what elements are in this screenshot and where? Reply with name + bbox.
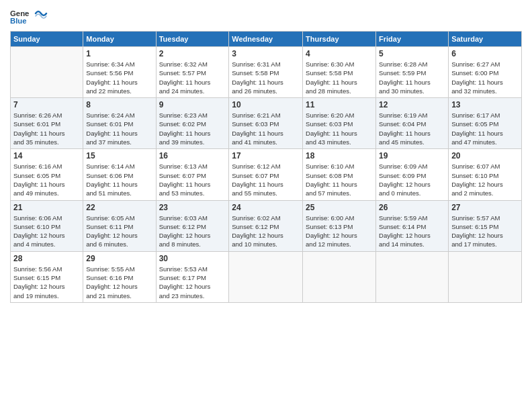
calendar-cell: 7Sunrise: 6:26 AMSunset: 6:01 PMDaylight… (11, 98, 83, 149)
calendar-cell: 25Sunrise: 6:00 AMSunset: 6:13 PMDayligh… (303, 200, 376, 251)
day-number: 10 (232, 100, 300, 109)
logo: General Blue (10, 7, 48, 26)
day-number: 18 (306, 151, 373, 161)
calendar-cell: 1Sunrise: 6:34 AMSunset: 5:56 PMDaylight… (83, 47, 156, 98)
calendar-cell: 24Sunrise: 6:02 AMSunset: 6:12 PMDayligh… (229, 200, 303, 251)
day-info: Sunrise: 6:10 AMSunset: 6:08 PMDaylight:… (306, 162, 373, 197)
svg-text:General: General (10, 9, 29, 17)
day-info: Sunrise: 6:17 AMSunset: 6:05 PMDaylight:… (451, 111, 519, 146)
day-info: Sunrise: 6:07 AMSunset: 6:10 PMDaylight:… (451, 162, 519, 197)
day-number: 16 (159, 151, 226, 161)
calendar-cell: 19Sunrise: 6:09 AMSunset: 6:09 PMDayligh… (376, 149, 449, 200)
calendar-cell: 10Sunrise: 6:21 AMSunset: 6:03 PMDayligh… (229, 98, 303, 149)
day-info: Sunrise: 6:28 AMSunset: 5:59 PMDaylight:… (379, 60, 445, 95)
day-info: Sunrise: 5:53 AMSunset: 6:17 PMDaylight:… (159, 265, 226, 300)
calendar-cell: 14Sunrise: 6:16 AMSunset: 6:05 PMDayligh… (11, 149, 83, 200)
calendar-cell: 18Sunrise: 6:10 AMSunset: 6:08 PMDayligh… (303, 149, 376, 200)
day-info: Sunrise: 6:19 AMSunset: 6:04 PMDaylight:… (379, 111, 445, 146)
day-number: 4 (306, 49, 373, 58)
calendar-cell: 17Sunrise: 6:12 AMSunset: 6:07 PMDayligh… (229, 149, 303, 200)
day-number: 3 (232, 49, 300, 58)
day-info: Sunrise: 6:03 AMSunset: 6:12 PMDaylight:… (159, 214, 226, 249)
calendar-cell: 9Sunrise: 6:23 AMSunset: 6:02 PMDaylight… (156, 98, 229, 149)
day-info: Sunrise: 5:56 AMSunset: 6:15 PMDaylight:… (13, 265, 80, 300)
calendar-week-row: 7Sunrise: 6:26 AMSunset: 6:01 PMDaylight… (11, 98, 522, 149)
calendar-cell: 27Sunrise: 5:57 AMSunset: 6:15 PMDayligh… (449, 200, 522, 251)
calendar-cell (303, 251, 376, 302)
day-number: 8 (86, 100, 152, 109)
day-info: Sunrise: 6:31 AMSunset: 5:58 PMDaylight:… (232, 60, 300, 95)
day-info: Sunrise: 6:06 AMSunset: 6:10 PMDaylight:… (13, 214, 80, 249)
calendar-cell: 15Sunrise: 6:14 AMSunset: 6:06 PMDayligh… (83, 149, 156, 200)
calendar-header-saturday: Saturday (449, 32, 522, 47)
day-info: Sunrise: 6:34 AMSunset: 5:56 PMDaylight:… (86, 60, 152, 95)
calendar-cell (376, 251, 449, 302)
day-number: 24 (232, 203, 300, 212)
calendar-cell: 4Sunrise: 6:30 AMSunset: 5:58 PMDaylight… (303, 47, 376, 98)
calendar-cell (229, 251, 303, 302)
day-number: 6 (451, 49, 519, 58)
calendar-cell: 20Sunrise: 6:07 AMSunset: 6:10 PMDayligh… (449, 149, 522, 200)
day-info: Sunrise: 6:26 AMSunset: 6:01 PMDaylight:… (13, 111, 80, 146)
logo-wave-icon (34, 7, 48, 20)
page: General Blue SundayMondayTuesdayWednesda… (0, 0, 532, 411)
calendar-header-sunday: Sunday (11, 32, 83, 47)
day-info: Sunrise: 5:55 AMSunset: 6:16 PMDaylight:… (86, 265, 152, 300)
day-number: 30 (159, 254, 226, 263)
calendar-cell: 29Sunrise: 5:55 AMSunset: 6:16 PMDayligh… (83, 251, 156, 302)
calendar-cell: 8Sunrise: 6:24 AMSunset: 6:01 PMDaylight… (83, 98, 156, 149)
day-number: 11 (306, 100, 373, 109)
day-info: Sunrise: 6:24 AMSunset: 6:01 PMDaylight:… (86, 111, 152, 146)
day-number: 5 (379, 49, 445, 58)
day-number: 9 (159, 100, 226, 109)
day-info: Sunrise: 6:14 AMSunset: 6:06 PMDaylight:… (86, 162, 152, 197)
day-info: Sunrise: 5:57 AMSunset: 6:15 PMDaylight:… (451, 214, 519, 249)
day-number: 13 (451, 100, 519, 109)
day-info: Sunrise: 6:21 AMSunset: 6:03 PMDaylight:… (232, 111, 300, 146)
day-info: Sunrise: 5:59 AMSunset: 6:14 PMDaylight:… (379, 214, 445, 249)
calendar-header-thursday: Thursday (303, 32, 376, 47)
day-info: Sunrise: 6:13 AMSunset: 6:07 PMDaylight:… (159, 162, 226, 197)
calendar-cell: 2Sunrise: 6:32 AMSunset: 5:57 PMDaylight… (156, 47, 229, 98)
calendar-cell: 3Sunrise: 6:31 AMSunset: 5:58 PMDaylight… (229, 47, 303, 98)
day-number: 19 (379, 151, 445, 161)
day-number: 17 (232, 151, 300, 161)
calendar-cell: 22Sunrise: 6:05 AMSunset: 6:11 PMDayligh… (83, 200, 156, 251)
day-info: Sunrise: 6:32 AMSunset: 5:57 PMDaylight:… (159, 60, 226, 95)
calendar-header-tuesday: Tuesday (156, 32, 229, 47)
calendar-cell (449, 251, 522, 302)
calendar-cell: 5Sunrise: 6:28 AMSunset: 5:59 PMDaylight… (376, 47, 449, 98)
day-info: Sunrise: 6:05 AMSunset: 6:11 PMDaylight:… (86, 214, 152, 249)
day-number: 14 (13, 151, 80, 161)
calendar-table: SundayMondayTuesdayWednesdayThursdayFrid… (10, 31, 522, 303)
day-number: 22 (86, 203, 152, 212)
day-info: Sunrise: 6:23 AMSunset: 6:02 PMDaylight:… (159, 111, 226, 146)
calendar-cell: 23Sunrise: 6:03 AMSunset: 6:12 PMDayligh… (156, 200, 229, 251)
day-number: 20 (451, 151, 519, 161)
day-number: 2 (159, 49, 226, 58)
logo-icon: General Blue (10, 7, 29, 26)
calendar-cell: 6Sunrise: 6:27 AMSunset: 6:00 PMDaylight… (449, 47, 522, 98)
day-info: Sunrise: 6:20 AMSunset: 6:03 PMDaylight:… (306, 111, 373, 146)
calendar-cell: 28Sunrise: 5:56 AMSunset: 6:15 PMDayligh… (11, 251, 83, 302)
calendar-cell: 16Sunrise: 6:13 AMSunset: 6:07 PMDayligh… (156, 149, 229, 200)
day-info: Sunrise: 6:27 AMSunset: 6:00 PMDaylight:… (451, 60, 519, 95)
calendar-header-wednesday: Wednesday (229, 32, 303, 47)
day-number: 15 (86, 151, 152, 161)
calendar-week-row: 21Sunrise: 6:06 AMSunset: 6:10 PMDayligh… (11, 200, 522, 251)
calendar-cell: 11Sunrise: 6:20 AMSunset: 6:03 PMDayligh… (303, 98, 376, 149)
day-number: 23 (159, 203, 226, 212)
calendar-header-monday: Monday (83, 32, 156, 47)
day-info: Sunrise: 6:02 AMSunset: 6:12 PMDaylight:… (232, 214, 300, 249)
day-info: Sunrise: 6:00 AMSunset: 6:13 PMDaylight:… (306, 214, 373, 249)
calendar-cell (11, 47, 83, 98)
day-info: Sunrise: 6:16 AMSunset: 6:05 PMDaylight:… (13, 162, 80, 197)
calendar-week-row: 14Sunrise: 6:16 AMSunset: 6:05 PMDayligh… (11, 149, 522, 200)
svg-text:Blue: Blue (10, 17, 27, 25)
calendar-cell: 30Sunrise: 5:53 AMSunset: 6:17 PMDayligh… (156, 251, 229, 302)
calendar-cell: 13Sunrise: 6:17 AMSunset: 6:05 PMDayligh… (449, 98, 522, 149)
day-number: 26 (379, 203, 445, 212)
header: General Blue (10, 7, 522, 26)
calendar-cell: 12Sunrise: 6:19 AMSunset: 6:04 PMDayligh… (376, 98, 449, 149)
calendar-week-row: 28Sunrise: 5:56 AMSunset: 6:15 PMDayligh… (11, 251, 522, 302)
